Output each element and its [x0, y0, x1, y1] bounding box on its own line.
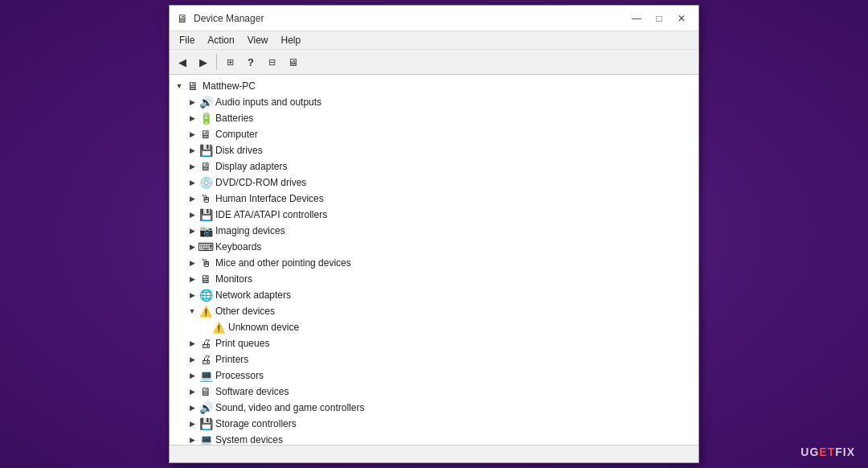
expand-icon-display: ▶ [186, 160, 199, 173]
uninstall-button[interactable]: ⊟ [262, 52, 281, 72]
properties-button[interactable]: ⊞ [220, 52, 240, 72]
printers-label: Printers [215, 354, 248, 365]
expand-icon-keyboards: ▶ [186, 240, 199, 253]
expand-icon-ide: ▶ [186, 208, 199, 221]
expand-icon-unknown [199, 321, 211, 334]
tree-mice[interactable]: ▶ 🖱 Mice and other pointing devices [170, 255, 698, 271]
software-label: Software devices [215, 386, 289, 397]
menu-view[interactable]: View [241, 33, 275, 47]
expand-icon-computer: ▶ [186, 128, 199, 141]
window-icon: 🖥 [176, 12, 189, 25]
title-bar-left: 🖥 Device Manager [176, 12, 264, 25]
menu-action[interactable]: Action [201, 33, 240, 47]
tree-dvd[interactable]: ▶ 💿 DVD/CD-ROM drives [170, 174, 698, 191]
expand-icon-system: ▶ [186, 433, 199, 445]
tree-ide[interactable]: ▶ 💾 IDE ATA/ATAPI controllers [170, 207, 698, 223]
expand-icon-printq: ▶ [186, 337, 199, 350]
other-icon: ⚠️ [199, 304, 213, 318]
imaging-label: Imaging devices [215, 225, 285, 236]
tree-network[interactable]: ▶ 🌐 Network adapters [170, 287, 698, 303]
sound-icon: 🔊 [199, 400, 213, 415]
processors-icon: 💻 [199, 368, 213, 383]
tree-imaging[interactable]: ▶ 📷 Imaging devices [170, 223, 698, 239]
expand-icon-batteries: ▶ [186, 112, 199, 125]
expand-icon-mice: ▶ [186, 257, 199, 269]
unknown-label: Unknown device [228, 322, 299, 333]
tree-audio[interactable]: ▶ 🔊 Audio inputs and outputs [170, 94, 698, 110]
expand-icon-imaging: ▶ [186, 224, 199, 237]
disk-icon: 💾 [199, 143, 213, 158]
expand-icon-other: ▼ [186, 305, 199, 318]
network-label: Network adapters [215, 289, 291, 301]
forward-button[interactable]: ▶ [194, 52, 213, 72]
dvd-icon: 💿 [199, 175, 213, 190]
tree-other[interactable]: ▼ ⚠️ Other devices [170, 303, 698, 319]
tree-root[interactable]: ▼ 🖥 Matthew-PC [170, 78, 698, 94]
monitors-label: Monitors [215, 273, 252, 285]
window-title: Device Manager [194, 13, 264, 24]
tree-system[interactable]: ▶ 💻 System devices [170, 432, 698, 445]
tree-printers[interactable]: ▶ 🖨 Printers [170, 351, 698, 367]
tree-display[interactable]: ▶ 🖥 Display adapters [170, 158, 698, 174]
back-button[interactable]: ◀ [173, 52, 192, 72]
hid-icon: 🖱 [199, 191, 213, 206]
tree-software[interactable]: ▶ 🖥 Software devices [170, 384, 698, 400]
hid-label: Human Interface Devices [215, 193, 324, 204]
tree-disk[interactable]: ▶ 💾 Disk drives [170, 142, 698, 158]
window-controls: — □ ✕ [626, 10, 692, 27]
menu-help[interactable]: Help [275, 33, 308, 47]
system-icon: 💻 [199, 433, 213, 445]
menu-bar: File Action View Help [170, 31, 698, 50]
tree-batteries[interactable]: ▶ 🔋 Batteries [170, 110, 698, 126]
expand-icon-sound: ▶ [186, 401, 199, 414]
maximize-button[interactable]: □ [649, 10, 669, 27]
computer-label: Computer [215, 129, 258, 140]
monitors-icon: 🖥 [199, 272, 213, 286]
tree-sound[interactable]: ▶ 🔊 Sound, video and game controllers [170, 400, 698, 416]
ide-label: IDE ATA/ATAPI controllers [215, 209, 327, 220]
expand-icon-network: ▶ [186, 289, 199, 302]
printq-icon: 🖨 [199, 336, 213, 351]
watermark: UGETFIX [800, 445, 855, 458]
software-icon: 🖥 [199, 384, 213, 399]
expand-icon-audio: ▶ [186, 96, 199, 109]
scan-button[interactable]: 🖥 [283, 52, 302, 72]
expand-icon-storage: ▶ [186, 417, 199, 430]
batteries-icon: 🔋 [199, 111, 213, 125]
device-tree: ▼ 🖥 Matthew-PC ▶ 🔊 Audio inputs and outp… [170, 75, 698, 445]
tree-hid[interactable]: ▶ 🖱 Human Interface Devices [170, 191, 698, 207]
system-label: System devices [215, 434, 283, 445]
expand-icon-dvd: ▶ [186, 176, 199, 189]
tree-computer[interactable]: ▶ 🖥 Computer [170, 126, 698, 142]
toolbar: ◀ ▶ ⊞ ? ⊟ 🖥 [170, 50, 698, 75]
expand-icon-root: ▼ [173, 80, 186, 92]
disk-label: Disk drives [215, 145, 263, 156]
menu-file[interactable]: File [173, 33, 201, 47]
root-label: Matthew-PC [203, 80, 256, 92]
printers-icon: 🖨 [199, 352, 213, 367]
tree-unknown[interactable]: ⚠️ Unknown device [170, 319, 698, 335]
expand-icon-printers: ▶ [186, 353, 199, 366]
title-bar: 🖥 Device Manager — □ ✕ [170, 6, 698, 31]
storage-label: Storage controllers [215, 418, 297, 429]
close-button[interactable]: ✕ [671, 10, 692, 27]
tree-printq[interactable]: ▶ 🖨 Print queues [170, 335, 698, 351]
tree-storage[interactable]: ▶ 💾 Storage controllers [170, 416, 698, 432]
mice-icon: 🖱 [199, 256, 213, 270]
root-icon: 🖥 [186, 79, 200, 93]
display-icon: 🖥 [199, 159, 213, 174]
imaging-icon: 📷 [199, 224, 213, 238]
tree-monitors[interactable]: ▶ 🖥 Monitors [170, 271, 698, 287]
storage-icon: 💾 [199, 417, 213, 431]
minimize-button[interactable]: — [626, 10, 647, 27]
help-button[interactable]: ? [241, 52, 260, 72]
toolbar-separator-1 [216, 54, 217, 70]
tree-processors[interactable]: ▶ 💻 Processors [170, 367, 698, 384]
network-icon: 🌐 [199, 288, 213, 302]
computer-icon: 🖥 [199, 127, 213, 142]
batteries-label: Batteries [215, 113, 253, 124]
tree-keyboards[interactable]: ▶ ⌨ Keyboards [170, 239, 698, 255]
audio-icon: 🔊 [199, 95, 213, 109]
keyboards-label: Keyboards [215, 241, 261, 252]
device-manager-window: 🖥 Device Manager — □ ✕ File Action View … [169, 5, 699, 463]
